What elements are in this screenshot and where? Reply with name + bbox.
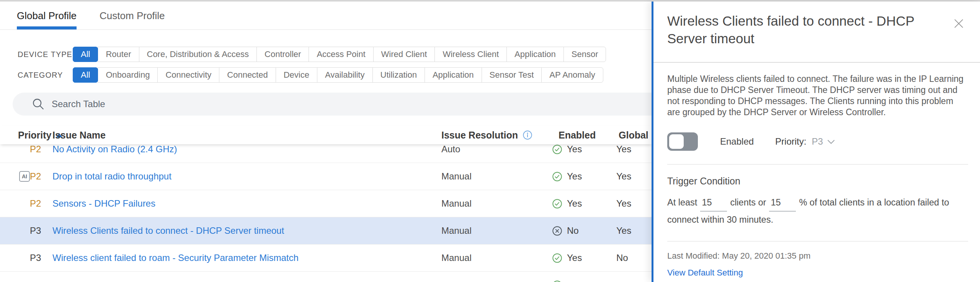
condition-middle: clients or [730, 197, 766, 207]
global-value: No [616, 253, 628, 263]
toggle-knob [669, 134, 684, 149]
column-header-global: Global [619, 126, 648, 144]
panel-divider [653, 62, 980, 63]
check-circle-icon [552, 280, 562, 282]
category-connectivity-button[interactable]: Connectivity [157, 67, 219, 83]
condition-suffix: % of total clients in a location failed … [799, 197, 949, 207]
enabled-priority-row: Enabled Priority: P3 [667, 132, 835, 151]
table-row-clipped[interactable] [0, 272, 652, 282]
issue-name-link[interactable]: Sensors - DHCP Failures [52, 198, 155, 209]
table-row-selected[interactable]: P3 Wireless Clients failed to connect - … [0, 217, 652, 245]
check-circle-icon [552, 253, 562, 263]
check-circle-icon [552, 144, 562, 155]
check-circle-icon [552, 171, 562, 182]
category-connected-button[interactable]: Connected [219, 67, 276, 83]
device-type-wireless-client-button[interactable]: Wireless Client [434, 47, 507, 62]
global-value: Yes [616, 171, 631, 182]
enabled-status: Yes [552, 253, 582, 263]
category-utilization-button[interactable]: Utilization [372, 67, 425, 83]
panel-divider [667, 164, 968, 165]
condition-prefix: At least [667, 197, 697, 207]
tab-custom-profile[interactable]: Custom Profile [100, 10, 165, 29]
device-type-application-button[interactable]: Application [506, 47, 564, 62]
ai-badge-icon: AI [19, 171, 30, 182]
view-default-setting-link[interactable]: View Default Setting [667, 268, 743, 278]
category-availability-button[interactable]: Availability [317, 67, 373, 83]
issue-resolution-value: Manual [441, 198, 472, 209]
chevron-down-icon [827, 139, 835, 145]
clients-count-input[interactable]: 15 [700, 194, 727, 212]
category-label: CATEGORY [18, 71, 73, 80]
column-header-enabled: Enabled [559, 126, 596, 144]
category-all-button[interactable]: All [73, 67, 98, 83]
enabled-status: No [552, 225, 579, 236]
column-header-issue-name: Issue Name [52, 126, 106, 144]
table-row[interactable]: AI P2 Drop in total radio throughput Man… [0, 163, 652, 190]
issue-detail-panel: Wireless Clients failed to connect - DHC… [652, 2, 980, 282]
global-value: Yes [616, 198, 631, 209]
trigger-condition-text: At least15clients or15% of total clients… [667, 194, 972, 228]
x-circle-icon [552, 226, 562, 236]
enabled-status: Yes [552, 144, 582, 155]
last-modified-text: Last Modified: May 20, 2020 01:35 pm [667, 251, 810, 261]
priority-badge: P3 [30, 225, 41, 236]
device-type-access-point-button[interactable]: Access Point [309, 47, 373, 62]
priority-badge: P3 [30, 253, 41, 263]
enabled-status [552, 280, 562, 282]
category-sensor-test-button[interactable]: Sensor Test [482, 67, 542, 83]
device-type-filter: DEVICE TYPE All Router Core, Distributio… [18, 47, 606, 62]
profile-tabs: Global Profile Custom Profile [17, 10, 165, 29]
condition-line2: connect within 30 minutes. [667, 212, 972, 228]
issue-resolution-value: Manual [441, 225, 472, 236]
table-row[interactable]: P2 Sensors - DHCP Failures Manual Yes Ye… [0, 190, 652, 217]
column-header-issue-resolution: Issue Resolution [441, 126, 532, 144]
enabled-toggle[interactable] [667, 132, 698, 151]
close-icon[interactable] [954, 18, 964, 29]
category-onboarding-button[interactable]: Onboarding [98, 67, 158, 83]
issue-resolution-value: Auto [441, 144, 460, 155]
enabled-toggle-label: Enabled [720, 136, 754, 147]
category-application-button[interactable]: Application [425, 67, 482, 83]
device-type-core-button[interactable]: Core, Distribution & Access [139, 47, 257, 62]
issue-name-link[interactable]: Wireless client failed to roam - Securit… [52, 253, 299, 263]
device-type-sensor-button[interactable]: Sensor [564, 47, 606, 62]
search-icon [32, 98, 45, 111]
global-value: Yes [616, 144, 631, 155]
search-input[interactable] [51, 98, 588, 110]
table-row[interactable]: P3 Wireless client failed to roam - Secu… [0, 245, 652, 272]
device-type-label: DEVICE TYPE [18, 50, 73, 59]
issue-settings-page: Global Profile Custom Profile DEVICE TYP… [0, 0, 980, 282]
issue-name-link[interactable]: Wireless Clients failed to connect - DHC… [52, 225, 284, 236]
trigger-condition-heading: Trigger Condition [667, 176, 740, 187]
issues-table-body: P2 No Activity on Radio (2.4 GHz) Auto Y… [0, 136, 652, 282]
enabled-status: Yes [552, 198, 582, 209]
category-buttons: All Onboarding Connectivity Connected De… [73, 67, 603, 83]
device-type-controller-button[interactable]: Controller [256, 47, 309, 62]
info-icon[interactable] [523, 130, 532, 140]
priority-label: Priority: [775, 136, 806, 147]
issue-name-link[interactable]: Drop in total radio throughput [52, 171, 172, 182]
category-filter: CATEGORY All Onboarding Connectivity Con… [18, 67, 603, 83]
category-ap-anomaly-button[interactable]: AP Anomaly [541, 67, 603, 83]
check-circle-icon [552, 199, 562, 209]
priority-badge: P2 [30, 198, 41, 209]
priority-badge: P2 [30, 144, 41, 155]
device-type-wired-client-button[interactable]: Wired Client [373, 47, 435, 62]
category-device-button[interactable]: Device [276, 67, 317, 83]
device-type-buttons: All Router Core, Distribution & Access C… [73, 47, 606, 62]
panel-divider [667, 241, 968, 241]
clients-percent-input[interactable]: 15 [769, 194, 796, 212]
priority-value: P3 [812, 136, 823, 147]
enabled-status: Yes [552, 171, 582, 182]
priority-badge: P2 [30, 171, 41, 182]
tab-global-profile[interactable]: Global Profile [17, 10, 77, 29]
priority-dropdown[interactable]: Priority: P3 [775, 136, 835, 147]
issue-resolution-value: Manual [441, 171, 472, 182]
issue-description: Multiple Wireless clients failed to conn… [667, 73, 965, 118]
issue-name-link[interactable]: No Activity on Radio (2.4 GHz) [52, 144, 177, 155]
device-type-router-button[interactable]: Router [98, 47, 139, 62]
device-type-all-button[interactable]: All [73, 47, 98, 62]
issue-resolution-value: Manual [441, 253, 472, 263]
table-header: Priority Issue Name Issue Resolution Ena… [0, 126, 652, 144]
search-bar[interactable] [13, 93, 652, 116]
